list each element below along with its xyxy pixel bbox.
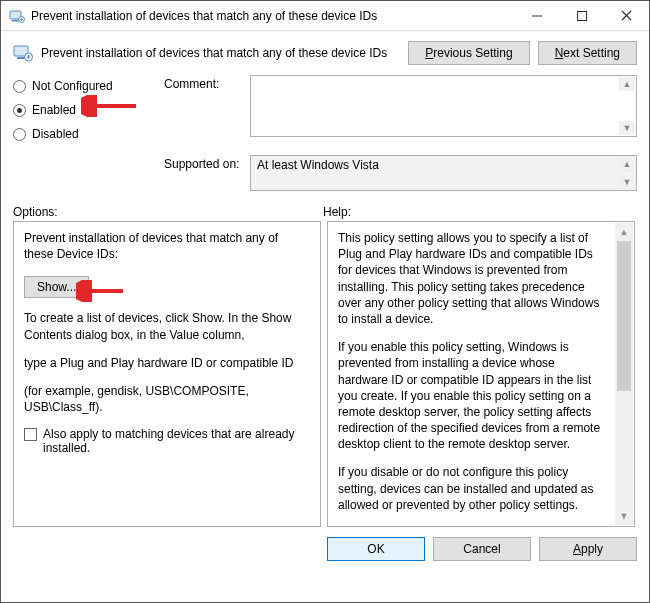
radio-label: Enabled: [32, 103, 76, 117]
scroll-down-icon[interactable]: ▼: [619, 121, 635, 135]
help-paragraph-2: If you enable this policy setting, Windo…: [338, 339, 608, 452]
scroll-down-icon[interactable]: ▼: [615, 507, 633, 525]
comment-textarea[interactable]: ▲ ▼: [250, 75, 637, 137]
svg-rect-8: [17, 57, 25, 59]
app-icon: [9, 8, 25, 24]
maximize-button[interactable]: [559, 1, 604, 30]
cancel-button[interactable]: Cancel: [433, 537, 531, 561]
state-radio-group: Not Configured Enabled Disabled: [13, 75, 158, 151]
radio-icon: [13, 128, 26, 141]
scroll-thumb[interactable]: [617, 241, 631, 391]
close-button[interactable]: [604, 1, 649, 30]
options-panel: Prevent installation of devices that mat…: [13, 221, 321, 527]
dialog-footer: OK Cancel Apply: [1, 527, 649, 571]
radio-icon: [13, 104, 26, 117]
supported-on-box: At least Windows Vista ▲ ▼: [250, 155, 637, 191]
help-scrollbar[interactable]: ▲ ▼: [615, 223, 633, 525]
header-row: Prevent installation of devices that mat…: [13, 39, 637, 75]
help-panel: This policy setting allows you to specif…: [327, 221, 635, 527]
comment-label: Comment:: [164, 75, 244, 91]
window-controls: [514, 1, 649, 30]
supported-on-value: At least Windows Vista: [257, 158, 379, 172]
help-paragraph-1: This policy setting allows you to specif…: [338, 230, 608, 327]
radio-enabled[interactable]: Enabled: [13, 103, 158, 117]
title-bar: Prevent installation of devices that mat…: [1, 1, 649, 31]
help-label: Help:: [323, 205, 351, 219]
previous-setting-button[interactable]: Previous Setting: [408, 41, 529, 65]
scroll-up-icon[interactable]: ▲: [619, 77, 635, 91]
radio-icon: [13, 80, 26, 93]
options-text-2: type a Plug and Play hardware ID or comp…: [24, 355, 310, 371]
header-title: Prevent installation of devices that mat…: [41, 46, 400, 60]
options-heading: Prevent installation of devices that mat…: [24, 230, 310, 262]
supported-on-label: Supported on:: [164, 155, 244, 171]
svg-rect-1: [12, 20, 19, 22]
show-button[interactable]: Show...: [24, 276, 89, 298]
radio-not-configured[interactable]: Not Configured: [13, 79, 158, 93]
scroll-track[interactable]: [615, 241, 633, 507]
options-label: Options:: [13, 205, 323, 219]
radio-label: Not Configured: [32, 79, 113, 93]
help-paragraph-3: If you disable or do not configure this …: [338, 464, 608, 513]
also-apply-checkbox-row[interactable]: Also apply to matching devices that are …: [24, 427, 310, 455]
radio-disabled[interactable]: Disabled: [13, 127, 158, 141]
radio-label: Disabled: [32, 127, 79, 141]
options-text-3: (for example, gendisk, USB\COMPOSITE, US…: [24, 383, 310, 415]
upper-grid: Not Configured Enabled Disabled Comment:…: [13, 75, 637, 191]
policy-icon: [13, 43, 33, 63]
scroll-up-icon[interactable]: ▲: [619, 157, 635, 171]
next-setting-button[interactable]: Next Setting: [538, 41, 637, 65]
scroll-down-icon[interactable]: ▼: [619, 175, 635, 189]
checkbox-icon[interactable]: [24, 428, 37, 441]
ok-button[interactable]: OK: [327, 537, 425, 561]
svg-rect-4: [577, 11, 586, 20]
comment-scroll[interactable]: ▲ ▼: [619, 77, 635, 135]
checkbox-label: Also apply to matching devices that are …: [43, 427, 310, 455]
window-title: Prevent installation of devices that mat…: [31, 9, 514, 23]
minimize-button[interactable]: [514, 1, 559, 30]
scroll-up-icon[interactable]: ▲: [615, 223, 633, 241]
options-text-1: To create a list of devices, click Show.…: [24, 310, 310, 342]
apply-button[interactable]: Apply: [539, 537, 637, 561]
supported-scroll[interactable]: ▲ ▼: [619, 157, 635, 189]
